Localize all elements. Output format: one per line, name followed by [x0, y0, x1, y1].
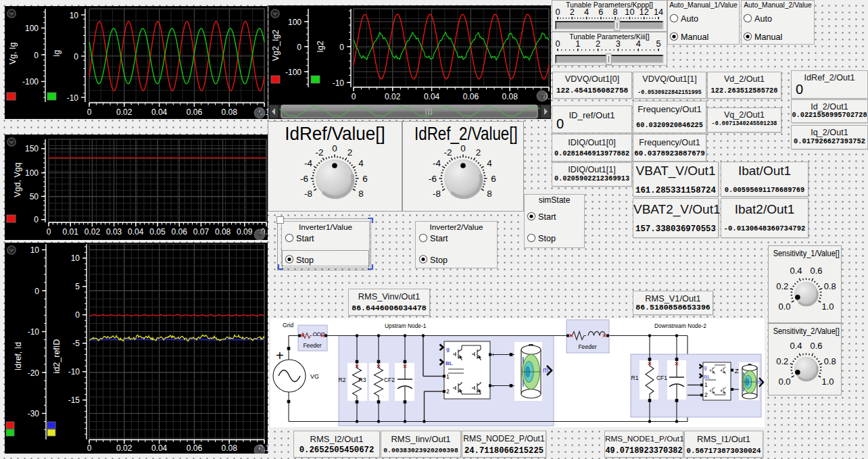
svg-text:50: 50 — [30, 192, 39, 201]
svg-text:14: 14 — [654, 7, 663, 17]
svg-text:0.04: 0.04 — [151, 107, 168, 117]
svg-text:1.0: 1.0 — [821, 377, 834, 387]
svg-text:Auto: Auto — [754, 14, 772, 24]
svg-text:0.04: 0.04 — [128, 227, 144, 237]
svg-text:0: 0 — [75, 310, 80, 320]
svg-text:0.2: 0.2 — [776, 281, 788, 291]
svg-text:2: 2 — [596, 39, 600, 49]
svg-text:-10: -10 — [67, 93, 79, 103]
svg-text:0.08: 0.08 — [215, 227, 231, 237]
svg-text:5: 5 — [75, 282, 80, 291]
svg-text:0.04: 0.04 — [151, 443, 168, 453]
svg-text:0.6: 0.6 — [810, 341, 822, 351]
svg-text:Idref, Id: Idref, Id — [14, 342, 23, 370]
svg-text:8: 8 — [487, 189, 492, 199]
svg-text:6: 6 — [362, 174, 368, 184]
svg-text:0.0: 0.0 — [778, 301, 790, 312]
svg-text:10: 10 — [71, 253, 80, 263]
svg-text:0.05: 0.05 — [149, 227, 166, 237]
svg-text:6: 6 — [598, 7, 603, 17]
svg-text:CF1: CF1 — [656, 375, 667, 381]
svg-text:Stop: Stop — [538, 234, 556, 243]
svg-text:-10: -10 — [333, 78, 345, 88]
svg-text:0: 0 — [555, 7, 560, 17]
svg-text:0: 0 — [74, 52, 78, 62]
svg-text:100: 100 — [288, 18, 302, 27]
svg-text:0: 0 — [332, 143, 337, 153]
svg-text:Downstream Node-2: Downstream Node-2 — [654, 322, 706, 329]
svg-text:0.07: 0.07 — [193, 227, 210, 237]
svg-text:-6: -6 — [429, 174, 437, 184]
svg-text:4: 4 — [636, 39, 641, 49]
svg-text:Manual: Manual — [681, 32, 708, 42]
svg-text:0: 0 — [87, 443, 92, 453]
svg-text:0.0: 0.0 — [778, 377, 790, 387]
svg-text:10: 10 — [30, 245, 40, 255]
svg-text:6: 6 — [491, 174, 496, 184]
svg-text:id2_refID: id2_refID — [52, 339, 62, 374]
svg-text:0.06: 0.06 — [172, 227, 188, 237]
svg-text:0: 0 — [297, 43, 302, 52]
svg-text:Vg2_Ig2: Vg2_Ig2 — [271, 30, 281, 62]
svg-text:0.02: 0.02 — [116, 443, 132, 453]
svg-text:12: 12 — [640, 7, 649, 17]
svg-text:4: 4 — [584, 7, 589, 17]
svg-text:0.06: 0.06 — [463, 92, 479, 101]
svg-text:0: 0 — [47, 227, 51, 237]
svg-text:0.06: 0.06 — [187, 443, 203, 453]
svg-text:2: 2 — [347, 147, 353, 158]
svg-text:150: 150 — [25, 144, 39, 153]
svg-text:-10: -10 — [28, 327, 40, 337]
svg-text:Start: Start — [430, 234, 448, 243]
svg-text:0.01: 0.01 — [63, 227, 79, 237]
svg-text:-8: -8 — [304, 189, 312, 199]
svg-text:2: 2 — [704, 391, 708, 398]
svg-text:1: 1 — [446, 373, 450, 380]
svg-text:-30: -30 — [28, 409, 40, 418]
svg-text:CF2: CF2 — [384, 377, 395, 383]
svg-text:-6: -6 — [300, 174, 308, 184]
svg-text:10: 10 — [70, 11, 79, 20]
svg-text:0: 0 — [34, 287, 39, 296]
svg-text:0.06: 0.06 — [187, 107, 203, 117]
svg-text:0.09: 0.09 — [237, 227, 253, 237]
svg-text:Manual: Manual — [754, 32, 782, 42]
svg-text:8: 8 — [613, 7, 618, 17]
svg-text:-8: -8 — [433, 189, 441, 199]
svg-text:0.08: 0.08 — [222, 443, 238, 453]
svg-text:0: 0 — [352, 92, 356, 101]
svg-text:-100: -100 — [22, 77, 39, 87]
svg-text:Stop: Stop — [430, 256, 448, 265]
svg-text:Feeder: Feeder — [578, 343, 596, 350]
svg-text:-4: -4 — [433, 158, 441, 168]
svg-text:-2: -2 — [443, 147, 452, 158]
svg-text:0.02: 0.02 — [116, 107, 132, 117]
svg-text:0.8: 0.8 — [824, 281, 836, 291]
svg-text:Grid: Grid — [283, 322, 293, 329]
svg-text:0.4: 0.4 — [790, 341, 802, 351]
svg-text:100: 100 — [25, 24, 39, 33]
svg-text:VG: VG — [310, 373, 319, 380]
svg-text:3: 3 — [616, 39, 621, 49]
svg-text:+: + — [276, 348, 284, 363]
svg-text:0.6: 0.6 — [810, 266, 822, 276]
svg-text:-4: -4 — [304, 158, 312, 168]
svg-text:0: 0 — [460, 143, 466, 153]
svg-text:Upstram Node-1: Upstram Node-1 — [385, 322, 427, 329]
svg-text:2: 2 — [476, 147, 481, 158]
svg-text:Feeder: Feeder — [303, 342, 321, 349]
svg-text:2: 2 — [446, 388, 450, 395]
svg-text:R1: R1 — [631, 375, 639, 381]
svg-text:1: 1 — [704, 381, 708, 388]
svg-text:1: 1 — [575, 39, 580, 49]
svg-text:Auto: Auto — [681, 14, 698, 24]
svg-text:100: 100 — [25, 168, 39, 178]
svg-text:0: 0 — [87, 107, 92, 117]
svg-text:5: 5 — [656, 39, 660, 49]
svg-text:BL: BL — [445, 360, 453, 366]
svg-text:10: 10 — [625, 7, 634, 17]
svg-text:0.03: 0.03 — [106, 227, 122, 237]
svg-text:2: 2 — [570, 7, 575, 17]
svg-text:0.08: 0.08 — [222, 107, 238, 117]
svg-text:-100: -100 — [285, 68, 302, 77]
